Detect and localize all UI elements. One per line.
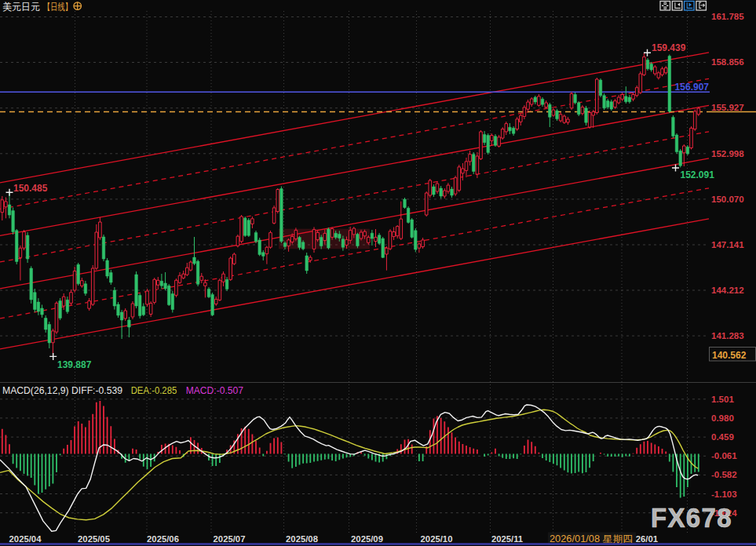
svg-text:美元日元: 美元日元 (2, 2, 40, 13)
svg-text:158.856: 158.856 (711, 57, 744, 67)
svg-text:141.283: 141.283 (711, 331, 744, 340)
svg-text:150.070: 150.070 (711, 195, 744, 204)
svg-text:MACD:-0.507: MACD:-0.507 (186, 385, 243, 396)
svg-text:2025/08: 2025/08 (286, 534, 318, 544)
svg-text:-0.582: -0.582 (711, 470, 737, 479)
svg-text:150.485: 150.485 (13, 183, 48, 194)
svg-text:155.927: 155.927 (711, 103, 744, 112)
svg-text:-0.061: -0.061 (711, 451, 737, 460)
svg-text:159.439: 159.439 (652, 42, 686, 53)
svg-text:2025/06: 2025/06 (147, 534, 179, 544)
svg-text:2025/04: 2025/04 (9, 534, 42, 544)
svg-text:2025/05: 2025/05 (78, 534, 110, 544)
svg-text:2025/07: 2025/07 (214, 534, 246, 544)
svg-text:2025/11: 2025/11 (491, 534, 523, 544)
svg-text:156.907: 156.907 (675, 82, 710, 93)
svg-text:【日线】: 【日线】 (43, 2, 72, 13)
svg-text:144.212: 144.212 (711, 286, 744, 295)
svg-text:161.785: 161.785 (711, 12, 744, 21)
svg-text:1.501: 1.501 (711, 395, 734, 404)
svg-text:-1.103: -1.103 (711, 490, 737, 499)
svg-text:139.887: 139.887 (57, 359, 92, 370)
svg-text:MACD(26,12,9) DIFF:-0.539: MACD(26,12,9) DIFF:-0.539 (2, 385, 122, 396)
svg-text:2025/09: 2025/09 (351, 534, 383, 544)
svg-text:2026/01/08 星期四: 2026/01/08 星期四 (550, 533, 633, 544)
svg-text:0.980: 0.980 (711, 413, 734, 423)
svg-text:147.141: 147.141 (711, 240, 744, 249)
svg-text:152.091: 152.091 (681, 169, 715, 180)
svg-text:152.998: 152.998 (711, 149, 744, 158)
svg-text:DEA:-0.285: DEA:-0.285 (131, 385, 177, 396)
svg-text:140.562: 140.562 (712, 350, 747, 361)
svg-text:2025/10: 2025/10 (421, 534, 453, 544)
svg-text:FX678: FX678 (651, 502, 732, 533)
svg-text:0.459: 0.459 (711, 432, 734, 442)
